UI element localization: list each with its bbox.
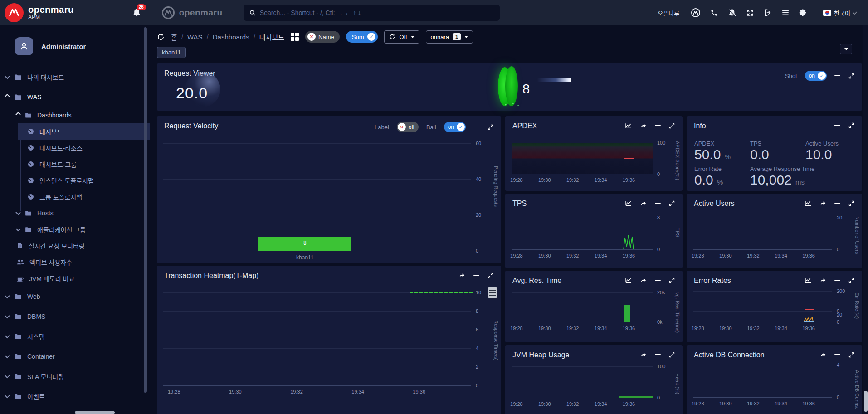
sidebar-item-group-topology[interactable]: 그룹 토폴로지맵 [0, 189, 150, 205]
expand-button[interactable] [487, 124, 494, 131]
sidebar-item-application-group[interactable]: 애플리케이션 그룹 [0, 221, 150, 238]
tag-row: khan11 [157, 44, 862, 60]
share-button[interactable] [640, 122, 647, 129]
sidebar-item-was[interactable]: WAS [0, 87, 150, 107]
sidebar-item-dashboards[interactable]: Dashboards [0, 107, 150, 123]
sidebar-item-hosts[interactable]: Hosts [0, 205, 150, 221]
minimize-button[interactable] [834, 280, 840, 281]
menu-icon[interactable] [781, 9, 790, 17]
expand-button[interactable] [487, 272, 494, 279]
sidebar-item-system[interactable]: 시스템 [0, 326, 150, 346]
sidebar-item-web[interactable]: Web [0, 287, 150, 307]
sidebar-item-jvm-memory-compare[interactable]: JVM 메모리 비교 [0, 270, 150, 287]
minimize-button[interactable] [834, 125, 840, 126]
refresh-interval-dropdown[interactable]: Off [384, 30, 419, 44]
sidebar-item-label: 실시간 요청 모니터링 [29, 241, 85, 250]
sidebar-item-dashboard[interactable]: 대시보드 [0, 123, 150, 140]
sidebar-item-instance-topology[interactable]: 인스턴스 토폴로지맵 [0, 172, 150, 189]
linechart-button[interactable] [625, 277, 632, 284]
minimize-button[interactable] [834, 203, 840, 204]
expand-button[interactable] [848, 351, 855, 358]
sidebar-item-dashboard-resource[interactable]: 대시보드-리소스 [0, 140, 150, 156]
expand-button[interactable] [848, 277, 855, 284]
sidebar-item-container[interactable]: Container [0, 346, 150, 366]
phone-icon[interactable] [710, 9, 718, 17]
linechart-button[interactable] [625, 122, 632, 129]
remove-icon[interactable]: ✕ [307, 33, 316, 41]
expand-button[interactable] [668, 122, 675, 129]
refresh-icon[interactable] [157, 33, 165, 41]
expand-button[interactable] [668, 351, 675, 358]
info-value: 10,002 ms [750, 172, 805, 188]
notifications-button[interactable]: 26 [132, 8, 141, 18]
minimize-button[interactable] [655, 280, 661, 281]
brand-sub: APM [28, 15, 74, 20]
share-button[interactable] [819, 351, 827, 358]
x-tick: 19:28 [692, 326, 704, 331]
sidebar-item-sla-monitoring[interactable]: SLA 모니터링 [0, 366, 150, 386]
instance-tag[interactable]: khan11 [157, 47, 186, 58]
heap-series [619, 396, 653, 398]
minimize-button[interactable] [834, 354, 840, 356]
expand-button[interactable] [668, 277, 675, 284]
minimize-button[interactable] [655, 203, 661, 204]
sidebar-item-dashboard-group[interactable]: 대시보드-그룹 [0, 156, 150, 172]
share-button[interactable] [819, 277, 827, 284]
expand-button[interactable] [848, 73, 855, 79]
breadcrumb-dashboards[interactable]: Dashboards [213, 33, 249, 41]
linechart-button[interactable] [805, 200, 812, 207]
share-button[interactable] [640, 200, 647, 207]
check-icon: ✓ [367, 33, 375, 41]
sum-toggle-chip[interactable]: Sum ✓ [346, 31, 378, 43]
logout-icon[interactable] [764, 9, 772, 17]
breadcrumb-home[interactable]: 홈 [171, 32, 177, 42]
collapse-panel-button[interactable] [840, 44, 852, 54]
expand-button[interactable] [848, 122, 855, 129]
sidebar-item-dbms[interactable]: DBMS [0, 307, 150, 326]
expand-button[interactable] [668, 200, 675, 207]
linechart-button[interactable] [625, 200, 632, 207]
global-search[interactable] [244, 5, 500, 21]
chart-menu-button[interactable] [488, 287, 497, 298]
language-selector[interactable]: 한국어 [823, 9, 856, 17]
y-tick: 20 [837, 312, 842, 317]
scrollbar-thumb[interactable] [864, 391, 868, 412]
sidebar-item-active-users[interactable]: 액티브 사용자수 [0, 254, 150, 270]
sidebar-scrollbar[interactable] [144, 27, 147, 393]
share-button[interactable] [640, 351, 647, 358]
linechart-button[interactable] [805, 277, 812, 284]
fullscreen-icon[interactable] [746, 9, 754, 17]
minimize-button[interactable] [655, 354, 661, 356]
openmaru-chat-icon[interactable] [691, 8, 701, 18]
settings-gear-icon[interactable] [799, 9, 807, 17]
search-input[interactable] [260, 9, 494, 16]
minimize-button[interactable] [834, 75, 840, 77]
sidebar-item-realtime-request-monitoring[interactable]: 실시간 요청 모니터링 [0, 238, 150, 254]
ball-toggle[interactable]: on ✓ [444, 122, 466, 132]
name-filter-chip[interactable]: ✕ Name [305, 31, 340, 43]
sidebar-item-events[interactable]: 이벤트 [0, 386, 150, 406]
sidebar-item-label: 대시보드 [39, 127, 63, 136]
label-toggle[interactable]: ✕ off [397, 122, 419, 132]
main-content: 홈/ WAS/ Dashboards/ 대시보드 ✕ Name Sum ✓ Of… [150, 25, 868, 414]
share-button[interactable] [458, 272, 466, 279]
sidebar-item-my-dashboard[interactable]: 나의 대시보드 [0, 67, 150, 87]
admin-profile[interactable]: Administrator [0, 25, 150, 55]
y-tick: 20 [837, 215, 842, 220]
openmaru-logo[interactable] [5, 3, 24, 22]
breadcrumb-was[interactable]: WAS [187, 33, 203, 41]
minimize-button[interactable] [655, 125, 661, 127]
expand-button[interactable] [848, 200, 855, 207]
chevron-down-icon [5, 393, 10, 398]
share-button[interactable] [819, 200, 827, 207]
minimize-button[interactable] [473, 275, 479, 276]
bell-muted-icon[interactable] [728, 9, 736, 17]
shot-toggle[interactable]: on ✓ [805, 71, 827, 81]
horizontal-scrollbar[interactable] [75, 411, 115, 414]
layout-grid-icon[interactable] [291, 33, 299, 41]
tmap-scatter-dashes [410, 292, 473, 293]
share-button[interactable] [640, 277, 647, 284]
page-scrollbar[interactable] [863, 25, 868, 414]
minimize-button[interactable] [473, 127, 479, 128]
group-dropdown[interactable]: onnara 1 [426, 30, 473, 44]
